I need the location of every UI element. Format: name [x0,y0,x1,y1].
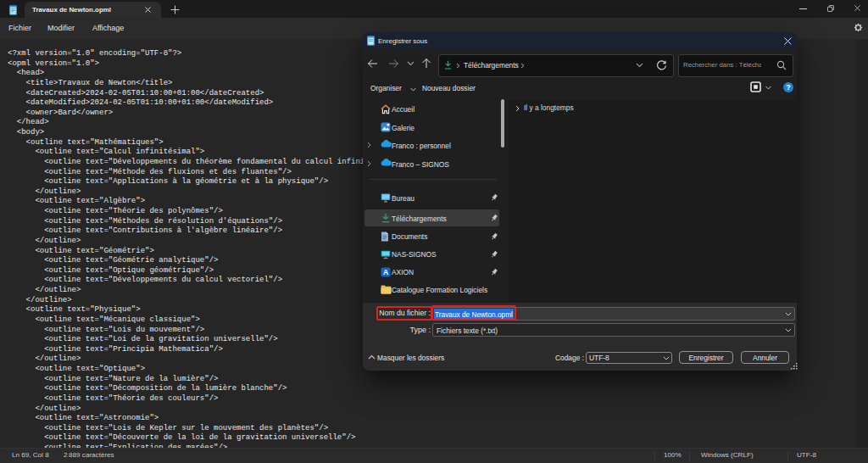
svg-text:?: ? [786,83,791,92]
svg-text:A: A [383,268,388,276]
